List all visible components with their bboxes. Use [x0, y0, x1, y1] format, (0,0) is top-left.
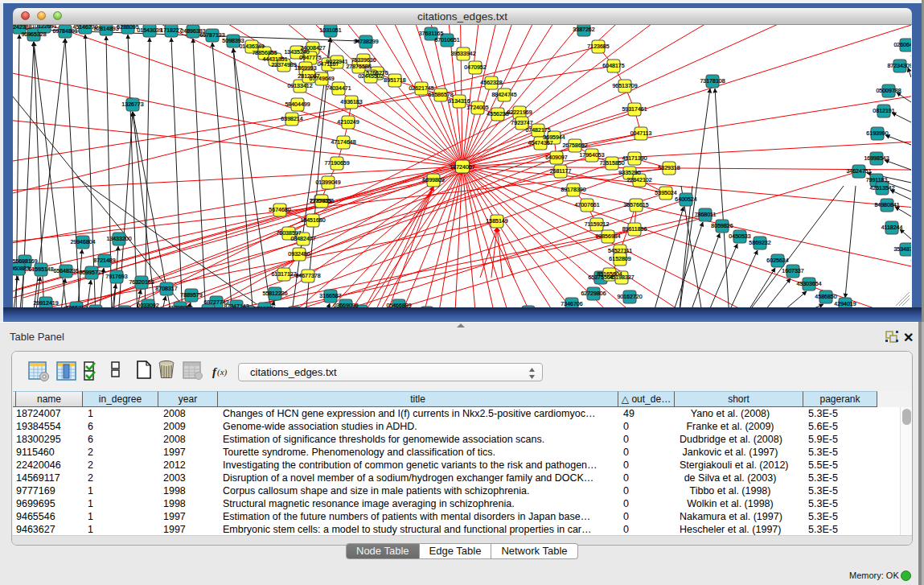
svg-text:45198327: 45198327 [609, 274, 634, 280]
svg-text:35348740: 35348740 [893, 246, 911, 252]
svg-text:89611836: 89611836 [622, 226, 647, 232]
svg-text:0450533: 0450533 [729, 233, 750, 239]
svg-text:5869232: 5869232 [749, 240, 770, 245]
svg-text:6025634: 6025634 [766, 257, 788, 263]
svg-text:61317127: 61317127 [271, 271, 296, 277]
svg-text:17964053: 17964053 [579, 152, 604, 158]
svg-text:02621745: 02621745 [409, 85, 433, 91]
svg-text:07482175: 07482175 [525, 127, 550, 133]
svg-text:7346706: 7346706 [561, 301, 582, 307]
svg-text:46474367: 46474367 [528, 140, 552, 146]
svg-text:5395024: 5395024 [655, 190, 676, 196]
svg-text:16998543: 16998543 [864, 155, 889, 161]
svg-text:9134316: 9134316 [448, 98, 470, 104]
svg-text:13433200: 13433200 [106, 236, 131, 241]
svg-text:01436349: 01436349 [239, 43, 264, 49]
svg-text:4556238: 4556238 [487, 111, 508, 117]
svg-text:5674680: 5674680 [269, 207, 290, 212]
svg-text:34624751: 34624751 [846, 168, 871, 174]
svg-text:71159212: 71159212 [585, 221, 610, 227]
svg-text:1326773: 1326773 [121, 101, 143, 107]
svg-text:96513709: 96513709 [612, 83, 637, 89]
svg-text:22842102: 22842102 [626, 177, 651, 183]
svg-text:05466889: 05466889 [386, 303, 411, 307]
svg-text:5329318: 5329318 [658, 165, 680, 171]
svg-text:88424745: 88424745 [491, 92, 516, 97]
svg-text:73178108: 73178108 [700, 78, 725, 84]
svg-text:41708053: 41708053 [167, 305, 192, 307]
svg-text:2681177: 2681177 [550, 168, 572, 174]
svg-text:7868011: 7868011 [695, 212, 717, 217]
svg-text:54527111: 54527111 [608, 248, 632, 253]
svg-text:6398214: 6398214 [281, 116, 302, 122]
svg-text:84677378: 84677378 [295, 273, 320, 278]
svg-text:26758692: 26758692 [562, 142, 587, 148]
svg-text:23374989: 23374989 [271, 62, 296, 68]
svg-text:6152809: 6152809 [609, 256, 630, 262]
svg-text:4294019: 4294019 [834, 301, 856, 307]
svg-text:05009788: 05009788 [876, 88, 901, 93]
svg-text:15451680: 15451680 [300, 217, 325, 223]
svg-text:74034471: 74034471 [326, 85, 351, 91]
svg-text:87234309: 87234309 [887, 63, 911, 68]
svg-text:7123685: 7123685 [587, 43, 609, 49]
svg-text:59317461: 59317461 [622, 106, 647, 112]
svg-text:03482477: 03482477 [290, 236, 315, 241]
svg-text:02606474: 02606474 [893, 42, 911, 47]
svg-text:3695944: 3695944 [543, 134, 565, 140]
svg-text:7917693: 7917693 [105, 274, 127, 279]
svg-text:03669096: 03669096 [333, 303, 358, 307]
svg-text:4936183: 4936183 [340, 99, 362, 105]
svg-text:0047113: 0047113 [630, 130, 652, 136]
svg-text:6409097: 6409097 [545, 154, 567, 160]
svg-text:39533942: 39533942 [450, 51, 475, 56]
svg-text:4966319: 4966319 [65, 305, 87, 307]
svg-text:36995777: 36995777 [79, 270, 104, 275]
svg-text:43171390: 43171390 [622, 155, 647, 161]
svg-text:67010651: 67010651 [434, 37, 459, 43]
svg-text:47007661: 47007661 [574, 202, 599, 208]
svg-text:6400524: 6400524 [675, 196, 696, 202]
svg-text:96965328: 96965328 [21, 31, 46, 37]
svg-text:1718227: 1718227 [160, 27, 182, 33]
svg-text:0812191: 0812191 [873, 108, 894, 113]
svg-text:(x): (x) [217, 367, 228, 377]
svg-text:5288095: 5288095 [117, 25, 138, 30]
svg-text:78856855: 78856855 [252, 50, 277, 56]
svg-text:47174648: 47174648 [331, 139, 355, 145]
svg-text:76038597: 76038597 [276, 230, 301, 236]
svg-text:6899809: 6899809 [422, 177, 444, 183]
svg-text:29946804: 29946804 [70, 239, 95, 245]
svg-text:0932480: 0932480 [288, 251, 310, 257]
svg-text:4210249: 4210249 [337, 119, 359, 125]
svg-text:4060883: 4060883 [13, 266, 30, 271]
svg-text:77190659: 77190659 [324, 160, 349, 166]
svg-text:01543039: 01543039 [137, 27, 162, 33]
svg-text:5098393: 5098393 [222, 38, 244, 43]
svg-text:1724005: 1724005 [466, 105, 488, 110]
svg-text:8059826: 8059826 [711, 223, 733, 229]
svg-text:0470952: 0470952 [464, 64, 486, 70]
svg-text:02445502: 02445502 [358, 73, 383, 79]
svg-text:01399049: 01399049 [315, 179, 340, 185]
svg-text:7889579: 7889579 [180, 292, 202, 298]
svg-text:43303654: 43303654 [796, 281, 821, 286]
svg-text:9335290: 9335290 [618, 170, 640, 175]
svg-text:67242388: 67242388 [13, 25, 32, 30]
svg-text:24008427: 24008427 [300, 45, 325, 51]
svg-text:9022941: 9022941 [326, 59, 347, 64]
svg-text:6048175: 6048175 [602, 63, 624, 68]
svg-text:4118244: 4118244 [881, 225, 903, 230]
svg-text:0947775: 0947775 [299, 55, 321, 60]
svg-text:58404499: 58404499 [285, 101, 310, 107]
svg-text:8708317: 8708317 [155, 286, 177, 291]
svg-text:92221969: 92221969 [507, 109, 532, 115]
svg-text:55698169: 55698169 [13, 258, 38, 264]
svg-text:2812067: 2812067 [298, 73, 319, 79]
svg-text:90162720: 90162720 [617, 294, 642, 299]
svg-text:62729806: 62729806 [581, 290, 606, 296]
svg-text:89178390: 89178390 [561, 187, 585, 192]
svg-text:18724007: 18724007 [450, 164, 474, 170]
svg-text:1607337: 1607337 [782, 268, 803, 274]
svg-text:3166587: 3166587 [319, 293, 341, 299]
